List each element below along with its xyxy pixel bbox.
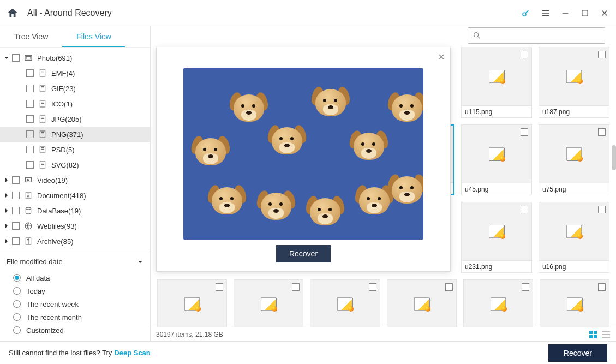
checkbox[interactable] [26,146,34,153]
grid-view-icon[interactable] [589,330,597,339]
tab-tree-view[interactable]: Tree View [0,26,62,47]
svg-rect-18 [594,331,597,334]
svg-rect-5 [40,85,45,92]
scrollbar-thumb[interactable] [612,145,616,170]
thumbnail-grid: u115.pngu187.pngu45.pngu75.pngu231.pngu1… [151,26,616,327]
filter-header[interactable]: File modified date [0,253,150,270]
checkbox[interactable] [12,192,20,199]
svg-rect-6 [40,100,45,107]
radio[interactable] [13,274,21,282]
deep-scan-link[interactable]: Deep Scan [114,349,150,357]
thumbnail[interactable]: u75.png [539,124,609,195]
svg-rect-21 [602,331,610,332]
list-view-icon[interactable] [602,330,611,339]
home-icon[interactable] [7,7,19,19]
thumbnail[interactable] [540,279,609,327]
bottom-bar: Still cannot find the lost files? Try De… [0,341,616,364]
hint-text: Still cannot find the lost files? Try [9,349,112,357]
preview-recover-button[interactable]: Recover [276,245,331,262]
close-button[interactable] [600,8,609,18]
tree-item[interactable]: DataBase(19) [0,203,150,218]
checkbox[interactable] [216,283,223,291]
maximize-button[interactable] [580,8,590,18]
thumbnail-label: u16.png [539,260,609,272]
checkbox[interactable] [26,85,34,92]
checkbox[interactable] [521,51,528,58]
checkbox[interactable] [26,115,34,123]
checkbox[interactable] [598,206,606,213]
checkbox[interactable] [12,176,20,184]
checkbox[interactable] [521,128,528,136]
checkbox[interactable] [26,161,34,169]
tree-item[interactable]: ICO(1) [0,96,150,111]
checkbox[interactable] [292,283,300,291]
category-icon [24,176,33,184]
tab-files-view[interactable]: Files View [62,26,125,47]
tree-label: Photo(691) [37,54,72,62]
checkbox[interactable] [26,100,34,108]
app-title: All - Around Recovery [27,8,112,18]
tree-label: EMF(4) [51,69,75,77]
radio[interactable] [13,313,21,321]
thumbnail-label: u115.png [462,105,531,117]
close-icon[interactable]: × [438,51,445,63]
tree-item[interactable]: GIF(23) [0,81,150,96]
tree-item[interactable]: PNG(371) [0,127,150,142]
thumbnail[interactable] [157,279,227,327]
checkbox[interactable] [12,222,20,230]
thumbnail[interactable]: u231.png [461,202,532,273]
file-icon [38,115,47,123]
svg-rect-9 [40,146,45,153]
tree-item[interactable]: PSD(5) [0,142,150,157]
tree-label: PSD(5) [51,146,75,154]
filter-option[interactable]: All data [13,271,150,284]
checkbox[interactable] [598,128,606,136]
checkbox[interactable] [26,130,34,138]
thumbnail[interactable]: u45.png [461,124,532,195]
tree-item[interactable]: Archive(85) [0,234,150,249]
thumbnail[interactable]: u16.png [539,202,609,273]
filter-option[interactable]: Customized [13,324,150,337]
menu-icon[interactable] [541,8,551,18]
svg-point-0 [523,13,526,16]
checkbox[interactable] [598,283,606,291]
category-icon [24,191,33,200]
thumbnail[interactable]: u115.png [461,47,532,118]
radio[interactable] [13,326,21,334]
checkbox[interactable] [522,283,529,291]
radio[interactable] [13,287,21,295]
thumbnail[interactable] [310,279,380,327]
thumbnail[interactable] [463,279,533,327]
checkbox[interactable] [598,51,606,58]
scrollbar[interactable] [611,47,616,327]
checkbox[interactable] [12,54,20,62]
tree-item[interactable]: Webfiles(93) [0,218,150,234]
tree-label: DataBase(19) [37,207,81,215]
svg-rect-20 [594,335,597,338]
checkbox[interactable] [26,69,34,77]
filter-option[interactable]: The recent week [13,297,150,311]
filter-option[interactable]: Today [13,284,150,297]
checkbox[interactable] [369,283,376,291]
checkbox[interactable] [12,207,20,214]
radio-label: All data [26,274,50,282]
svg-rect-23 [602,337,610,338]
minimize-button[interactable] [560,8,570,18]
tree-item-photo[interactable]: Photo(691) [0,50,150,65]
tree-item[interactable]: JPG(205) [0,111,150,127]
filter-option[interactable]: The recent month [13,311,150,324]
tree-item[interactable]: EMF(4) [0,65,150,81]
thumbnail[interactable]: u187.png [539,47,609,118]
checkbox[interactable] [445,283,453,291]
status-bar: 30197 items, 21.18 GB [151,327,616,341]
checkbox[interactable] [12,237,20,245]
radio[interactable] [13,300,21,308]
thumbnail[interactable] [234,279,303,327]
tree-item[interactable]: Video(19) [0,172,150,188]
recover-button[interactable]: Recover [548,344,607,362]
tree-item[interactable]: SVG(82) [0,157,150,172]
key-icon[interactable] [521,8,531,18]
checkbox[interactable] [521,206,528,213]
thumbnail[interactable] [387,279,457,327]
tree-item[interactable]: Document(418) [0,188,150,203]
